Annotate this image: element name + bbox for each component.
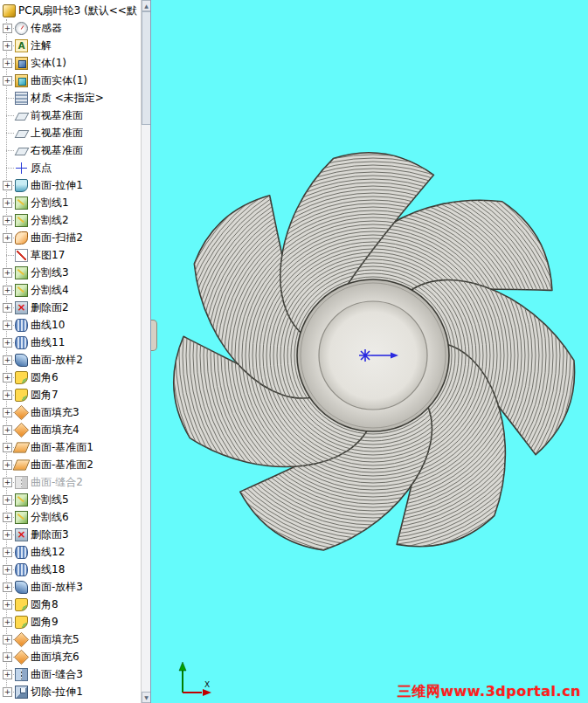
tree-item[interactable]: 曲面填充3 (0, 403, 141, 421)
tree-item[interactable]: 圆角6 (0, 369, 141, 386)
tree-item[interactable]: 草图17 (0, 246, 141, 264)
tree-item[interactable]: 曲线10 (0, 316, 141, 334)
expand-toggle-icon[interactable] (3, 495, 12, 505)
expand-toggle-icon[interactable] (3, 548, 12, 557)
tree-item[interactable]: 分割线6 (0, 508, 141, 526)
expand-toggle-icon[interactable] (3, 530, 12, 540)
tree-item-label: 圆角8 (31, 597, 59, 612)
tree-item[interactable]: 删除面2 (0, 299, 141, 316)
fan-model[interactable] (151, 128, 588, 582)
tree-item-label: 分割线1 (31, 196, 69, 210)
tree-item[interactable]: 曲线12 (0, 543, 141, 561)
tree-item-label: 实体(1) (31, 56, 66, 71)
scroll-down-button[interactable] (142, 692, 151, 703)
expand-toggle-icon[interactable] (3, 198, 12, 208)
expand-toggle-icon[interactable] (3, 216, 12, 225)
tree-item-label: 分割线6 (31, 510, 69, 525)
tree-item[interactable]: 曲面填充4 (0, 421, 141, 438)
tree-item[interactable]: 上视基准面 (0, 124, 141, 141)
expand-toggle-icon[interactable] (3, 460, 12, 470)
expand-toggle-icon[interactable] (3, 582, 12, 592)
triad-x-label: X (204, 680, 210, 689)
expand-toggle-icon[interactable] (3, 59, 12, 68)
tree-item[interactable]: 曲面-缝合2 (0, 473, 141, 491)
panel-splitter-handle[interactable] (151, 320, 157, 351)
expand-toggle-icon[interactable] (3, 24, 12, 33)
part-icon (3, 4, 16, 17)
tree-item[interactable]: 分割线3 (0, 264, 141, 281)
expand-toggle-icon[interactable] (3, 390, 12, 400)
tree-item[interactable]: 曲面实体(1) (0, 72, 141, 89)
expand-toggle-icon[interactable] (3, 286, 12, 295)
tree-scrollbar[interactable] (141, 0, 150, 703)
expand-toggle-icon[interactable] (3, 443, 12, 452)
tree-item-label: 曲面-放样2 (31, 353, 83, 368)
tree-item-label: 切除-拉伸1 (31, 685, 83, 700)
expand-toggle-icon[interactable] (3, 320, 12, 330)
tree-item[interactable]: 圆角8 (0, 596, 141, 613)
expand-toggle-icon[interactable] (3, 425, 12, 435)
tree-item[interactable]: 分割线5 (0, 491, 141, 508)
viewport[interactable]: X 三维网www.3dportal.cn (151, 0, 588, 703)
tree-item[interactable]: 传感器 (0, 19, 141, 37)
tree-item[interactable]: 删除面3 (0, 526, 141, 543)
expand-toggle-icon[interactable] (3, 670, 12, 679)
expand-toggle-icon[interactable] (3, 478, 12, 487)
tree-item[interactable]: 曲面-拉伸1 (0, 176, 141, 194)
expand-toggle-icon[interactable] (3, 652, 12, 662)
tree-item-label: 曲面-扫描2 (31, 231, 83, 245)
tree-item[interactable]: 曲面-扫描2 (0, 229, 141, 246)
tree-item[interactable]: 曲面-缝合3 (0, 665, 141, 683)
scrollbar-thumb[interactable] (142, 11, 151, 125)
tree-item[interactable]: 前视基准面 (0, 107, 141, 124)
expand-toggle-icon[interactable] (3, 76, 12, 86)
tree-item[interactable]: 右视基准面 (0, 141, 141, 159)
expand-toggle-icon[interactable] (3, 617, 12, 627)
expand-toggle-icon[interactable] (3, 408, 12, 417)
fillet-icon (15, 371, 28, 384)
fillet-icon (15, 616, 28, 629)
tree-item[interactable]: 分割线1 (0, 194, 141, 211)
tree-item[interactable]: 注解 (0, 37, 141, 54)
tree-item[interactable]: 圆角9 (0, 613, 141, 631)
tree-item[interactable]: 原点 (0, 159, 141, 176)
tree-item[interactable]: 切除-拉伸1 (0, 683, 141, 700)
tree-item-label: 曲面-缝合3 (31, 667, 83, 682)
expand-toggle-icon[interactable] (3, 338, 12, 348)
tree-item[interactable]: 圆角7 (0, 386, 141, 403)
expand-toggle-icon[interactable] (3, 373, 12, 383)
plane-icon (15, 127, 28, 140)
split-line-icon (15, 214, 28, 227)
expand-toggle-icon[interactable] (3, 268, 12, 278)
tree-item[interactable]: 曲线11 (0, 334, 141, 351)
expand-toggle-icon[interactable] (3, 565, 12, 575)
expand-toggle-icon[interactable] (3, 233, 12, 243)
expand-toggle-icon[interactable] (3, 355, 12, 365)
tree-item-label: 曲面-拉伸1 (31, 178, 83, 193)
expand-toggle-icon[interactable] (3, 41, 12, 51)
curve-icon (15, 563, 28, 576)
tree-item[interactable]: 曲面填充5 (0, 631, 141, 648)
tree-item[interactable]: 曲面填充6 (0, 648, 141, 665)
tree-item[interactable]: 曲面-基准面2 (0, 456, 141, 473)
expand-toggle-icon[interactable] (3, 687, 12, 697)
tree-item[interactable]: 曲面-放样2 (0, 351, 141, 369)
expand-toggle-icon[interactable] (3, 303, 12, 313)
expand-toggle-icon[interactable] (3, 513, 12, 522)
tree-item[interactable]: 分割线4 (0, 281, 141, 299)
tree-item[interactable]: 材质 <未指定> (0, 89, 141, 107)
tree-item[interactable]: 实体(1) (0, 54, 141, 72)
tree-item-label: 右视基准面 (31, 143, 83, 158)
scroll-up-button[interactable] (142, 0, 151, 11)
tree-item[interactable]: 曲面-放样3 (0, 578, 141, 596)
expand-toggle-icon[interactable] (3, 181, 12, 190)
tree-item[interactable]: 分割线2 (0, 211, 141, 229)
tree-item[interactable]: 曲线18 (0, 561, 141, 578)
surface-sweep-icon (15, 231, 28, 245)
tree-item[interactable]: 曲面-基准面1 (0, 438, 141, 456)
tree-item-root[interactable]: PC风扇叶轮3 (默认<<默 (0, 2, 141, 19)
expand-toggle-icon[interactable] (3, 600, 12, 610)
expand-toggle-icon[interactable] (3, 635, 12, 644)
material-icon (15, 92, 28, 105)
orientation-triad: X (174, 659, 216, 700)
